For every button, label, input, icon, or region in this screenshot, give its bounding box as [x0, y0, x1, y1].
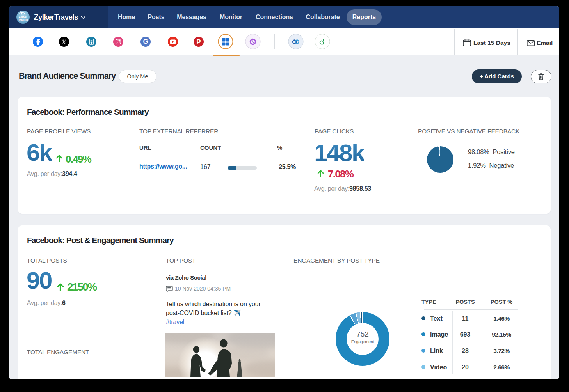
svg-text:Travels: Travels	[18, 18, 28, 21]
